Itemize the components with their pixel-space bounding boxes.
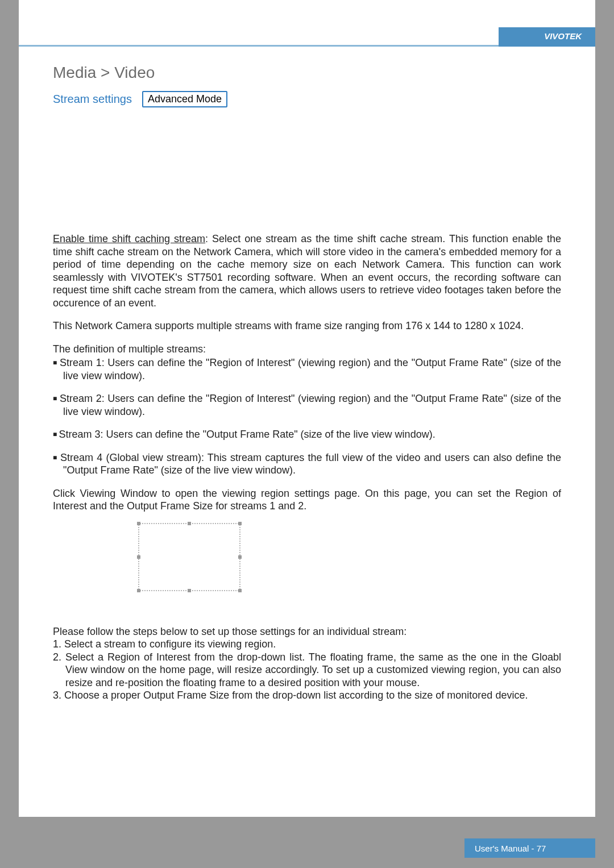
square-bullet-icon: ■: [53, 394, 60, 402]
brand-label: VIVOTEK: [544, 31, 582, 41]
resize-handle-icon: [238, 555, 242, 559]
step-1: 1. Select a stream to configure its view…: [53, 638, 561, 651]
timeshift-label: Enable time shift caching stream: [53, 233, 205, 244]
paragraph-definition-header: The definition of multiple streams:: [53, 343, 561, 356]
bullet-stream3: ■ Stream 3: Users can define the "Output…: [53, 428, 561, 441]
bullet-stream4-text: Stream 4 (Global view stream): This stre…: [60, 452, 561, 476]
square-bullet-icon: ■: [53, 430, 59, 438]
paragraph-multistream: This Network Camera supports multiple st…: [53, 319, 561, 333]
resize-handle-icon: [238, 589, 242, 592]
header-bar: VIVOTEK: [19, 0, 595, 47]
square-bullet-icon: ■: [53, 359, 60, 367]
bullet-stream1-text: Stream 1: Users can define the "Region o…: [60, 357, 561, 381]
resize-handle-icon: [137, 589, 140, 592]
resize-handle-icon: [137, 555, 140, 559]
footer-strip: User's Manual - 77: [464, 838, 595, 858]
bullet-stream1: ■ Stream 1: Users can define the "Region…: [53, 356, 561, 382]
subtitle-row: Stream settings Advanced Mode: [53, 91, 561, 107]
resize-frame-diagram: [138, 523, 240, 591]
square-bullet-icon: ■: [53, 454, 60, 462]
footer-label: User's Manual - 77: [475, 844, 546, 853]
resize-handle-icon: [188, 522, 191, 525]
resize-handle-icon: [137, 522, 140, 525]
bullet-stream3-text: Stream 3: Users can define the "Output F…: [59, 429, 435, 440]
bullet-stream2: ■ Stream 2: Users can define the "Region…: [53, 392, 561, 418]
resize-handle-icon: [188, 589, 191, 592]
mode-badge: Advanced Mode: [142, 91, 227, 107]
page-title: Media > Video: [53, 64, 561, 82]
section-subtitle: Stream settings: [53, 93, 132, 106]
page-content: Media > Video Stream settings Advanced M…: [19, 47, 595, 702]
steps-block: Please follow the steps below to set up …: [53, 625, 561, 702]
step-2: 2. Select a Region of Interest from the …: [53, 651, 561, 690]
steps-header: Please follow the steps below to set up …: [53, 625, 561, 638]
footer-bar: User's Manual - 77: [19, 817, 595, 868]
step-3: 3. Choose a proper Output Frame Size fro…: [53, 689, 561, 702]
paragraph-timeshift: Enable time shift caching stream: Select…: [53, 232, 561, 309]
paragraph-viewing-window: Click Viewing Window to open the viewing…: [53, 487, 561, 513]
bullet-stream4: ■ Stream 4 (Global view stream): This st…: [53, 451, 561, 477]
resize-handle-icon: [238, 522, 242, 525]
bullet-stream2-text: Stream 2: Users can define the "Region o…: [60, 393, 561, 417]
